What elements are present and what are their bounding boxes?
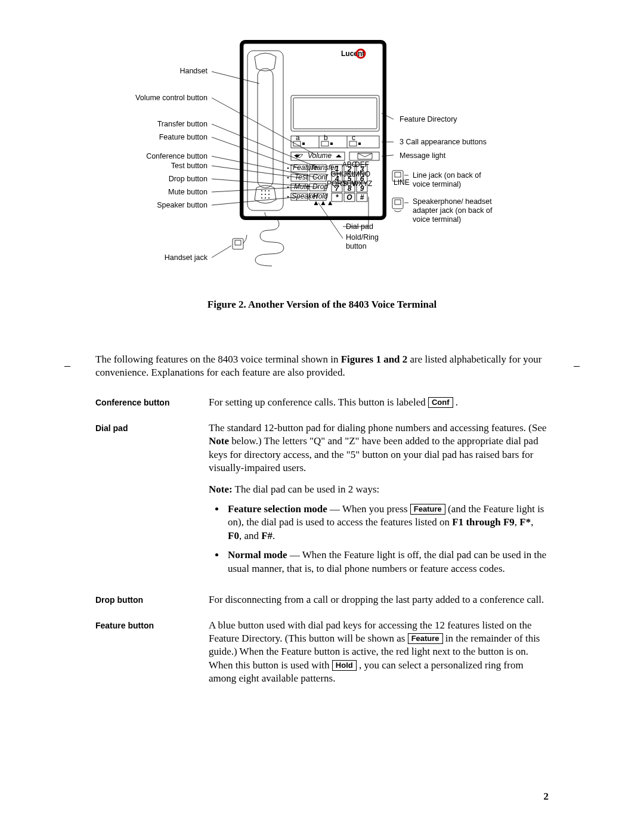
svg-text:Mute: Mute [294,182,310,191]
row-feature-desc: A blue button used with dial pad keys fo… [209,619,549,686]
svg-point-47 [287,177,289,179]
svg-point-5 [265,190,266,191]
row-conference-desc: For setting up conference calls. This bu… [209,396,549,409]
lbl-line-jack: Line jack (on back of voice terminal) [413,171,496,189]
brand-text: Lucent [341,49,364,58]
crop-mark [574,366,580,367]
row-dialpad-desc: The standard 12-button pad for dialing p… [209,422,549,581]
svg-point-7 [261,194,262,195]
svg-text:LINE: LINE [394,178,410,187]
lbl-mute: Mute button [168,188,208,197]
svg-rect-24 [358,143,361,145]
svg-line-94 [212,197,299,205]
lbl-call-appearance: 3 Call appearance buttons [400,138,487,147]
svg-rect-14 [293,98,377,129]
lbl-message-light: Message light [400,151,445,160]
svg-line-95 [212,246,231,258]
page-number: 2 [544,790,549,803]
lbl-dial-pad: Dial pad [346,222,373,231]
crop-mark [64,366,70,367]
intro-paragraph: The following features on the 8403 voice… [95,353,549,379]
key-feature-2: Feature [408,633,443,644]
key-conf: Conf [428,397,453,408]
svg-rect-23 [349,141,357,146]
page: Lucent a [0,0,644,833]
svg-line-91 [212,166,299,178]
lbl-feature: Feature button [159,133,208,142]
svg-point-6 [268,190,270,191]
row-feature-name: Feature button [95,619,209,686]
svg-text:▲▲▲: ▲▲▲ [312,199,334,207]
feature-table: Conference button For setting up confere… [95,396,549,685]
svg-rect-20 [302,143,305,145]
handset-cord [255,212,284,266]
svg-text:#: # [360,193,364,202]
svg-text:a: a [296,134,300,142]
row-conference-name: Conference button [95,396,209,409]
svg-rect-85 [235,240,241,245]
svg-point-8 [265,194,266,195]
bullet-feature-mode: Feature selection mode — When you press … [225,503,549,543]
svg-rect-22 [330,143,333,145]
svg-rect-3 [258,69,273,188]
svg-text:8: 8 [348,184,352,193]
svg-text:b: b [324,134,328,142]
svg-rect-19 [293,141,301,146]
svg-rect-13 [291,95,379,131]
lbl-feature-directory: Feature Directory [400,115,457,124]
svg-text:*: * [336,193,339,202]
key-feature-1: Feature [410,504,445,515]
row-drop-desc: For disconnecting from a call or droppin… [209,593,549,606]
svg-point-10 [261,197,262,199]
bullet-normal-mode: Normal mode — When the Feature light is … [225,549,549,575]
phone-svg: Lucent a [107,36,537,286]
row-dialpad-name: Dial pad [95,422,209,581]
svg-text:c: c [352,134,355,142]
lbl-conference: Conference button [146,152,208,161]
svg-text:O: O [346,193,352,202]
lbl-speaker: Speaker button [157,201,208,210]
svg-point-49 [287,196,289,198]
svg-line-103 [318,203,343,239]
lbl-drop: Drop button [169,175,208,184]
svg-line-88 [212,124,320,168]
handset-speaker-dots [261,190,270,199]
svg-text:Drop: Drop [312,182,328,191]
lbl-volume: Volume control button [135,94,208,103]
svg-rect-2 [247,51,283,210]
svg-point-12 [268,197,270,199]
lbl-transfer: Transfer button [157,120,208,129]
svg-line-87 [212,98,316,155]
svg-rect-21 [321,141,329,146]
figure-caption: Figure 2. Another Version of the 8403 Vo… [95,298,549,311]
svg-point-46 [287,168,289,169]
svg-rect-82 [395,172,401,177]
lbl-handset: Handset [179,67,208,76]
svg-line-86 [212,72,259,83]
lbl-spk-jack: Speakerphone/ headset adapter jack (on b… [413,197,496,224]
svg-point-4 [261,190,262,191]
svg-point-9 [268,194,270,195]
figure-block: Lucent a [95,36,549,311]
svg-rect-15 [291,136,379,148]
lbl-handset-jack: Handset jack [165,253,208,262]
svg-rect-84 [395,200,401,205]
key-hold: Hold [332,660,357,671]
svg-text:9: 9 [360,184,364,193]
svg-line-93 [212,187,299,192]
lbl-test: Test button [171,162,208,171]
svg-point-11 [265,197,266,199]
phone-diagram: Lucent a [107,36,537,286]
lbl-hold-ring: Hold/Ring button [346,233,394,251]
row-drop-name: Drop button [95,593,209,606]
